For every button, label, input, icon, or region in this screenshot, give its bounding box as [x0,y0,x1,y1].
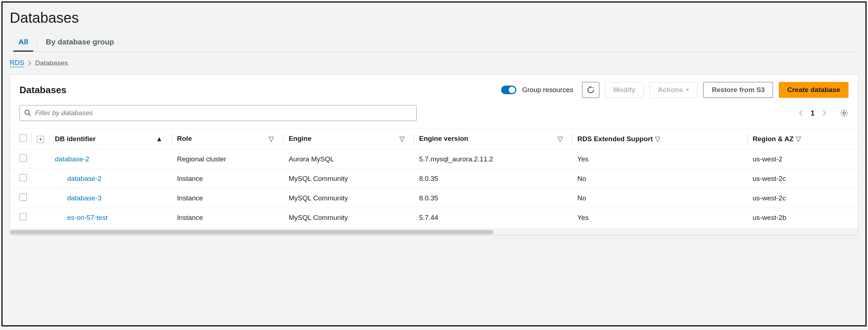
cell-extended-support: No [572,188,748,208]
group-resources-label: Group resources [522,86,573,94]
col-header-engine[interactable]: Engine▽ [283,129,414,149]
tab-by-database-group[interactable]: By database group [37,33,123,51]
cell-extended-support: No [572,169,748,188]
refresh-icon [587,86,595,94]
select-all-checkbox[interactable] [19,134,27,142]
col-header-select [10,129,32,149]
cell-engine: MySQL Community [283,169,414,188]
create-database-button[interactable]: Create database [779,82,849,98]
table-row: database-3 Instance MySQL Community 8.0.… [10,188,858,208]
svg-marker-1 [590,86,592,88]
scrollbar-thumb[interactable] [10,230,493,234]
cell-engine: Aurora MySQL [283,149,414,169]
breadcrumb: RDS Databases [10,59,858,67]
chevron-right-icon [28,61,31,66]
chevron-right-icon [822,109,827,117]
sort-icon: ▽ [655,135,660,143]
col-header-role[interactable]: Role▽ [172,129,283,149]
col-header-engine-version[interactable]: Engine version▽ [414,129,572,149]
actions-label: Actions [658,86,683,94]
cell-region-az: us-west-2c [748,169,858,188]
col-header-region-az[interactable]: Region & AZ▽ [748,129,858,149]
cell-engine: MySQL Community [283,208,414,227]
page-next-button[interactable] [822,109,827,117]
cell-engine: MySQL Community [283,188,414,208]
row-checkbox[interactable] [19,174,27,181]
panel-toolbar: 1 [10,104,858,128]
modify-label: Modify [613,86,635,94]
cell-role: Instance [172,169,283,188]
db-identifier-link[interactable]: database-2 [55,155,89,163]
row-checkbox[interactable] [19,155,27,162]
row-checkbox[interactable] [19,194,27,201]
svg-point-2 [25,110,29,114]
table-row: es-on-57-test Instance MySQL Community 5… [10,208,858,227]
tabs-bar: All By database group [10,33,858,52]
col-header-db-identifier[interactable]: DB identifier▲ [50,129,172,149]
cell-engine-version: 8.0.35 [414,188,572,208]
svg-line-3 [29,114,31,116]
db-identifier-link[interactable]: es-on-57-test [55,214,108,221]
settings-button[interactable] [840,109,849,117]
cell-role: Regional cluster [172,149,283,169]
databases-table: + DB identifier▲ Role▽ Engine▽ Engine ve… [10,128,858,227]
cell-extended-support: Yes [572,208,748,227]
pagination: 1 [798,109,827,117]
cell-engine-version: 5.7.44 [414,208,572,227]
cell-extended-support: Yes [572,149,748,169]
refresh-button[interactable] [582,82,599,98]
cell-role: Instance [172,188,283,208]
sort-icon: ▽ [399,135,405,143]
breadcrumb-root-link[interactable]: RDS [10,59,24,67]
create-label: Create database [787,86,840,94]
chevron-left-icon [798,109,803,117]
restore-label: Restore from S3 [712,86,765,94]
row-checkbox[interactable] [19,213,27,220]
sort-icon: ▽ [796,135,801,143]
gear-icon [840,109,849,117]
actions-button[interactable]: Actions [650,82,698,98]
db-identifier-link[interactable]: database-2 [55,175,101,182]
search-field[interactable] [19,105,417,121]
db-identifier-link[interactable]: database-3 [55,194,101,202]
svg-point-4 [843,112,845,114]
breadcrumb-current: Databases [35,59,68,67]
sort-icon: ▽ [269,135,274,143]
col-header-extended-support[interactable]: RDS Extended Support▽ [572,129,748,149]
search-input[interactable] [35,109,412,117]
cell-region-az: us-west-2 [748,149,858,169]
caret-down-icon [686,89,689,91]
col-header-expand: + [32,129,50,149]
modify-button[interactable]: Modify [605,82,644,98]
group-resources-toggle[interactable] [501,86,516,94]
tab-all[interactable]: All [10,33,37,51]
table-row: database-2 Instance MySQL Community 8.0.… [10,169,858,188]
cell-role: Instance [172,208,283,227]
page-number: 1 [811,109,815,117]
page-prev-button[interactable] [798,109,803,117]
expand-all-icon[interactable]: + [37,136,44,143]
search-icon [24,109,31,117]
cell-engine-version: 8.0.35 [414,169,572,188]
restore-from-s3-button[interactable]: Restore from S3 [703,82,773,98]
panel-header: Databases Group resources Modify Actions… [10,75,858,104]
cell-region-az: us-west-2c [748,188,858,208]
databases-panel: Databases Group resources Modify Actions… [10,74,858,235]
sort-icon: ▽ [557,135,563,143]
horizontal-scrollbar[interactable] [10,229,858,235]
cell-engine-version: 5.7.mysql_aurora.2.11.2 [414,149,572,169]
panel-title: Databases [19,84,495,96]
sort-asc-icon: ▲ [156,135,162,143]
table-row: database-2 Regional cluster Aurora MySQL… [10,149,858,169]
cell-region-az: us-west-2b [748,208,858,227]
page-title: Databases [10,10,858,26]
